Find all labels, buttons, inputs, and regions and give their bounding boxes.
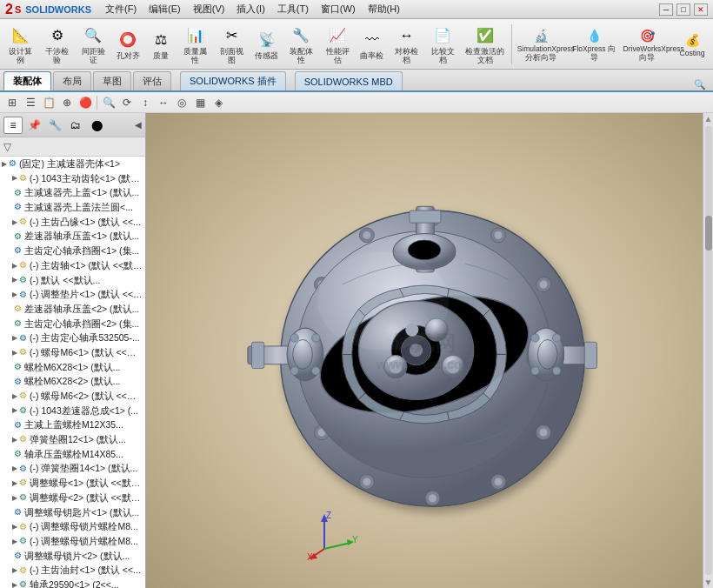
tree-item-24[interactable]: ⚙调整螺母钥匙片<1> (默认... xyxy=(0,505,145,520)
toolbar-btn-interference-check[interactable]: ⚙ 干涉检验 xyxy=(40,22,75,67)
view-btn-4[interactable]: ◎ xyxy=(173,95,190,110)
toolbar-btn-curvature[interactable]: 〰 曲率检 xyxy=(356,22,388,67)
indicator-button[interactable]: 🔴 xyxy=(77,95,94,110)
view-btn-6[interactable]: ◈ xyxy=(210,95,227,110)
tree-item-arrow-19: ▶ xyxy=(12,435,17,444)
close-button[interactable]: ✕ xyxy=(694,3,708,16)
tree-item-10[interactable]: ⚙差速器轴承压盖<2> (默认... xyxy=(0,302,145,317)
scroll-down-button[interactable]: ▼ xyxy=(703,577,713,588)
tree-item-13[interactable]: ▶⚙(-) 螺母M6<1> (默认 <<默... xyxy=(0,345,145,360)
files-tab[interactable]: 🗂 xyxy=(66,117,85,134)
tab-评估[interactable]: 评估 xyxy=(133,71,171,90)
add-component-button[interactable]: ⊕ xyxy=(58,95,76,110)
toolbar-btn-assembly-view[interactable]: 🔧 装配体性 xyxy=(284,22,319,67)
tree-item-22[interactable]: ▶⚙调整螺母<1> (默认 <<默认... xyxy=(0,476,145,491)
view-btn-2[interactable]: ↕ xyxy=(137,95,154,110)
tree-item-11[interactable]: ⚙主齿定心轴承挡圈<2> (集... xyxy=(0,317,145,331)
tree-item-2[interactable]: ⚙主减速器壳上盖<1> (默认... xyxy=(0,185,145,200)
tree-item-29[interactable]: ▶⚙轴承29590<1> (2<<... xyxy=(0,578,145,588)
tree-item-arrow-16: ▶ xyxy=(12,391,17,401)
tree-item-27[interactable]: ⚙调整螺母锁片<2> (默认... xyxy=(0,549,145,564)
tree-item-23[interactable]: ▶⚙调整螺母<2> (默认 <<默认... xyxy=(0,491,145,505)
tree-item-8[interactable]: ▶⚙(-) 默认 <<默认... xyxy=(0,273,145,288)
view-btn-3[interactable]: ↔ xyxy=(155,95,172,110)
toolbar-btn-align[interactable]: ↔ 对称检档 xyxy=(390,22,424,67)
svg-point-50 xyxy=(312,334,320,342)
menu-item-窗口W[interactable]: 窗口(W) xyxy=(316,2,361,17)
tree-item-6[interactable]: ⚙主齿定心轴承挡圈<1> (集... xyxy=(0,244,145,258)
tab-search-icon[interactable]: 🔍 xyxy=(694,79,706,90)
toolbar-btn-check-active-doc[interactable]: ✅ 检查激活的文档 xyxy=(462,22,508,67)
menu-item-编辑E[interactable]: 编辑(E) xyxy=(143,2,186,17)
3d-viewport[interactable]: 沐风网 www.mfcad.com Z Y X xyxy=(146,113,703,588)
vertical-scrollbar[interactable]: ▲ ▼ xyxy=(703,113,713,588)
tree-item-7[interactable]: ▶⚙(-) 主齿轴<1> (默认 <<默认... xyxy=(0,258,145,273)
tree-item-18[interactable]: ⚙主减上盖螺栓M12X35... xyxy=(0,418,145,432)
toolbar-btn-performance[interactable]: 📈 性能评估 xyxy=(320,22,355,67)
tree-item-5[interactable]: ⚙差速器轴承压盖<1> (默认... xyxy=(0,229,145,244)
tree-item-28[interactable]: ▶⚙(-) 主齿油封<1> (默认 <<... xyxy=(0,563,145,578)
tree-item-17[interactable]: ▶⚙(-) 1043差速器总成<1> (... xyxy=(0,404,145,418)
tab-布局[interactable]: 布局 xyxy=(53,71,91,90)
view-toggle-button[interactable]: ⊞ xyxy=(3,95,21,110)
toolbar-btn-simulation-xpress[interactable]: 🔬 SimulationXpress 分析向导 xyxy=(516,24,566,63)
tree-item-icon-0: ⚙ xyxy=(9,157,17,170)
toolbar-btn-design-example[interactable]: 📐 设计算例 xyxy=(3,22,38,67)
tree-item-0[interactable]: ▶⚙(固定) 主减速器壳体<1> xyxy=(0,157,145,171)
clipboard-button[interactable]: 📋 xyxy=(40,95,57,110)
menu-item-帮助H[interactable]: 帮助(H) xyxy=(363,2,405,17)
menu-item-工具T[interactable]: 工具(T) xyxy=(272,2,314,17)
menu-item-视图V[interactable]: 视图(V) xyxy=(188,2,230,17)
tree-item-arrow-22: ▶ xyxy=(12,478,17,488)
tree-item-3[interactable]: ⚙主减速器壳上盖法兰圆<... xyxy=(0,200,145,215)
view-btn-5[interactable]: ▦ xyxy=(191,95,209,110)
feature-tree-tab[interactable]: ≡ xyxy=(3,117,23,134)
tree-item-1[interactable]: ▶⚙(-) 1043主动齿轮<1> (默认... xyxy=(0,171,145,186)
tab-装配体[interactable]: 装配体 xyxy=(3,71,51,90)
vscroll-thumb[interactable] xyxy=(705,216,712,251)
toolbar-btn-costing[interactable]: 💰 Costing xyxy=(675,29,710,59)
view-btn-0[interactable]: 🔍 xyxy=(100,95,117,110)
list-view-button[interactable]: ☰ xyxy=(22,95,39,110)
config-tab[interactable]: 🔧 xyxy=(45,117,64,134)
tab-SOLIDWORKS 插件[interactable]: SOLIDWORKS 插件 xyxy=(180,71,286,90)
tree-item-25[interactable]: ▶⚙(-) 调整螺母锁片螺栓M8... xyxy=(0,519,145,534)
menu-item-插入I[interactable]: 插入(I) xyxy=(231,2,270,17)
toolbar-btn-hole-align[interactable]: ⭕ 孔对齐 xyxy=(112,22,143,67)
toolbar-btn-sensor[interactable]: 📡 传感器 xyxy=(251,22,283,67)
menu-item-文件F[interactable]: 文件(F) xyxy=(100,2,142,17)
tree-item-20[interactable]: ⚙轴承压盖螺栓M14X85... xyxy=(0,447,145,462)
feature-tree[interactable]: ▶⚙(固定) 主减速器壳体<1>▶⚙(-) 1043主动齿轮<1> (默认...… xyxy=(0,157,145,588)
toolbar-btn-section-view[interactable]: ✂ 剖面视图 xyxy=(215,22,250,67)
tree-item-14[interactable]: ⚙螺栓M6X28<1> (默认... xyxy=(0,360,145,375)
tree-item-9[interactable]: ▶⚙(-) 调整垫片<1> (默认 <<默认... xyxy=(0,287,145,302)
view-btn-1[interactable]: ⟳ xyxy=(118,95,136,110)
tab-SOLIDWORKS MBD[interactable]: SOLIDWORKS MBD xyxy=(295,71,403,90)
tree-item-19[interactable]: ▶⚙弹簧垫圈12<1> (默认... xyxy=(0,432,145,447)
tree-item-15[interactable]: ⚙螺栓M6X28<2> (默认... xyxy=(0,374,145,389)
tree-item-text-18: 主减上盖螺栓M12X35... xyxy=(24,418,123,431)
status-tab[interactable]: ⬤ xyxy=(87,117,106,134)
vscroll-track xyxy=(705,126,712,575)
tree-item-4[interactable]: ▶⚙(-) 主齿凸缘<1> (默认 <<... xyxy=(0,215,145,230)
toolbar-btn-clearance-check[interactable]: 🔍 间距验证 xyxy=(76,22,110,67)
scroll-up-button[interactable]: ▲ xyxy=(703,113,713,124)
properties-tab[interactable]: 📌 xyxy=(24,117,43,134)
toolbar-btn-mass-props[interactable]: ⚖ 质量 xyxy=(145,22,177,67)
tree-item-12[interactable]: ▶⚙(-) 主齿定心轴承532505-... xyxy=(0,331,145,345)
panel-collapse-button[interactable]: ◀ xyxy=(135,120,142,130)
toolbar-btn-floXpress[interactable]: 💧 FloXpress 向导 xyxy=(569,24,619,63)
tree-item-arrow-1: ▶ xyxy=(12,173,17,183)
tree-item-26[interactable]: ▶⚙(-) 调整螺母锁片螺栓M8... xyxy=(0,534,145,549)
tree-item-21[interactable]: ▶⚙(-) 弹簧垫圈14<1> (默认... xyxy=(0,461,145,476)
toolbar-btn-driveWorksXpress[interactable]: 🎯 DriveWorksXpress 向导 xyxy=(622,24,672,63)
tree-item-arrow-13: ▶ xyxy=(12,348,17,357)
minimize-button[interactable]: ─ xyxy=(659,3,673,16)
main-area: ≡📌🔧🗂⬤◀ ▽ ▶⚙(固定) 主减速器壳体<1>▶⚙(-) 1043主动齿轮<… xyxy=(0,113,713,588)
tab-草图[interactable]: 草图 xyxy=(93,71,131,90)
toolbar-btn-quality-xprop[interactable]: 📊 质量属性 xyxy=(178,22,213,67)
window-controls: ─ □ ✕ xyxy=(659,3,708,16)
maximize-button[interactable]: □ xyxy=(676,3,690,16)
toolbar-btn-compare-doc[interactable]: 📄 比较文档 xyxy=(426,22,461,67)
tree-item-16[interactable]: ▶⚙(-) 螺母M6<2> (默认 <<默... xyxy=(0,389,145,404)
